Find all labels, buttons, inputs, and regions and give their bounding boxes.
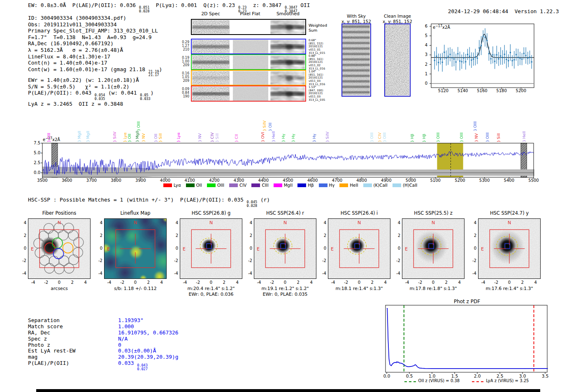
compass-east: E (183, 246, 186, 252)
emission-line-label-OIII: } OIII (460, 132, 464, 142)
compass-north: N (358, 220, 361, 225)
emission-line-label-SiII: } SiII (215, 133, 219, 142)
cutout-ytick: 4 (467, 220, 476, 225)
cutout-ytick: -2 (467, 258, 476, 263)
linefit-xtick: 5120 (435, 88, 452, 93)
emission-line-label-HeII: } HeII (272, 131, 276, 142)
spec2d-right-line: Sum (309, 28, 327, 33)
photz-legend-label: LyA z (VIRUS) = 3.25 (486, 378, 529, 383)
legend-item-(K)CaII: (K)CaII (363, 183, 388, 188)
spec2d-cell-smooth (270, 56, 305, 71)
report-timestamp: 2024-12-29 06:48:44 (448, 8, 508, 14)
compass-north: N (283, 220, 287, 225)
legend-swatch (297, 183, 306, 187)
match-table-value: 1.000 (118, 323, 134, 329)
spec2d-cell-flat (233, 87, 268, 102)
cutout-title-hsc-r: HSC SSP(26.4) r (254, 210, 316, 216)
cutout-xtick: 0 (54, 280, 64, 285)
compass-east: E (257, 246, 260, 252)
cutout-title-hsc-g: HSC SSP(26.8) g (180, 210, 242, 216)
legend-label: OII (196, 183, 202, 188)
match-table-value: 16.910795, 0.667326 (118, 329, 178, 336)
info-line: P(LAE)/P(OII): 0.043 0.0540.035 (w: 0.04… (28, 90, 162, 100)
cutout-ytick: 0 (243, 246, 252, 251)
cutout-ytick: 0 (93, 246, 102, 251)
legend-swatch (274, 183, 282, 187)
cutout-xtick: 4 (157, 280, 167, 285)
emission-line-label-Lyα: } Lyα (177, 132, 181, 142)
cutout-ytick: 2 (93, 233, 102, 238)
cutout-ytick: -2 (243, 258, 252, 263)
spec2d-left-labels: 0.191.00209 (176, 56, 189, 67)
cutout-ytick: -2 (93, 258, 102, 263)
match-table-row: P(LAE)/P(OII)0.033 0.0430.027 (28, 360, 178, 366)
detection-info-block: ID: 3004903334 (3004903334.pdf)Obs: 2019… (28, 15, 162, 107)
emission-line-label-OII: } OII (154, 134, 158, 142)
emission-line-label-MgII: } MgII (135, 131, 139, 142)
match-table-label: RA, Dec (28, 329, 118, 336)
hsc-g-panel: NE (180, 218, 242, 279)
spec2d-left-line: 1.00 (176, 60, 189, 63)
legend-swatch (339, 183, 348, 187)
cutout-title-hsc-y: HSC SSP(24.7) y (478, 210, 541, 216)
cutout-xtick: -4 (254, 280, 264, 285)
full-spectrum-plot (39, 141, 537, 181)
spectrum-xtick: 3800 (109, 178, 123, 183)
info-line: Obs: 20191121v011_3004903334 (28, 21, 162, 28)
info-line: LyA z = 3.2465 OII z = 0.3848 (28, 101, 162, 107)
cutout-title-hsc-z: HSC SSP(25.5) z (402, 210, 465, 216)
cutout-ytick: 0 (169, 246, 178, 251)
spec2d-cell-fine (192, 56, 230, 71)
legend-item-OII: OII (186, 183, 202, 188)
spectrum-xtick: 4800 (355, 178, 369, 183)
cutout-xtick: 4 (307, 280, 316, 285)
hsc-y-panel: NE (478, 218, 541, 279)
cutout-xtick: 0 (206, 280, 216, 285)
spectrum-xtick: 3900 (134, 178, 148, 183)
lineflux-map-panel: NE (104, 218, 167, 279)
spec2d-cell-white (233, 20, 268, 36)
cutout-xtick: 2 (441, 280, 451, 285)
photz-legend: OII z (VIRUS) = 0.38LyA z (VIRUS) = 3.25 (384, 378, 549, 383)
cutout-ytick: 2 (391, 233, 400, 238)
stacked-error: 0.0430.027 (137, 364, 148, 371)
spectrum-xtick: 4100 (183, 178, 197, 183)
spec2d-right-line: 313_LL_035 (309, 99, 325, 102)
legend-swatch (393, 183, 401, 187)
cutout-ytick: -4 (169, 271, 178, 276)
legend-swatch (163, 183, 172, 187)
cutout-xtick: 4 (455, 280, 465, 285)
cutout-xtick: 2 (367, 280, 377, 285)
photz-legend-label: OII z (VIRUS) = 0.38 (418, 378, 460, 383)
cutout-ytick: -4 (317, 271, 326, 276)
emission-line-label-SiIV: } SiIV (325, 132, 330, 142)
photz-xtick: 3.5 (539, 373, 551, 378)
cutout-ytick: -4 (17, 271, 26, 276)
info-line: RA,Dec (16.910492,0.667192) (28, 40, 162, 47)
cutout-xtick: -2 (41, 280, 51, 285)
emission-line-label-OIII: } OIII (485, 132, 490, 142)
lineflux-peak (128, 245, 144, 260)
spectrum-xtick: 3500 (35, 178, 49, 183)
line-fit-canvas (428, 23, 539, 91)
hsc-g-image: NE (180, 218, 242, 279)
fiber-positions-panel: NE (28, 218, 91, 279)
spec2d-cell-fine (192, 87, 230, 102)
cutout-ytick: 4 (391, 220, 400, 225)
spec2d-left-line: 1.05 (176, 75, 189, 79)
legend-label: CIII (262, 183, 268, 188)
spec2d-header-smoothed: Smoothed (270, 11, 306, 16)
legend-item-Hβ: Hβ (297, 183, 314, 188)
emission-line-label-HeII: } HeII (522, 131, 526, 142)
emission-line-label-NV: } NV (142, 133, 146, 142)
cutout-xtick: -2 (267, 280, 277, 285)
spectrum-ytick: 5.0 (29, 151, 40, 155)
spectrum-xtick: 4700 (330, 178, 344, 183)
withsky-canvas (342, 24, 370, 95)
cutout-xtick: 0 (354, 280, 364, 285)
spectrum-xtick: 4200 (207, 178, 221, 183)
spectrum-xtick: 4400 (256, 178, 270, 183)
full-spectrum-canvas (39, 141, 537, 181)
compass-north: N (209, 220, 213, 225)
spec2d-cell-fine (192, 71, 230, 86)
